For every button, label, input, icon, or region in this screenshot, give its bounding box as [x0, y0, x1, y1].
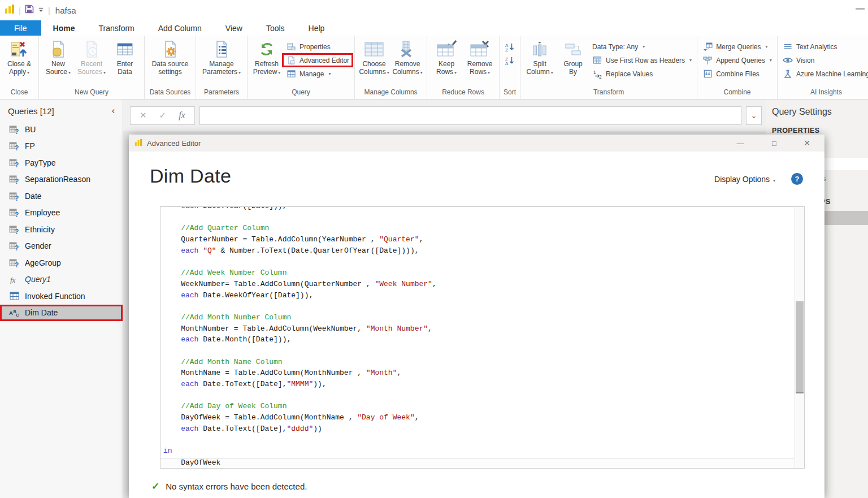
use-first-row-icon — [592, 56, 602, 64]
sort-az-button[interactable]: AZ — [502, 41, 517, 52]
refresh-preview-button[interactable]: RefreshPreview▾ — [250, 37, 283, 76]
tab-transform[interactable]: Transform — [86, 20, 146, 36]
quick-access-toolbar-chevron-icon[interactable] — [38, 5, 44, 15]
minimize-button[interactable] — [856, 8, 865, 10]
tab-home[interactable]: Home — [41, 20, 87, 36]
properties-button[interactable]: Properties — [284, 41, 351, 52]
sidebar-item-paytype[interactable]: ?PayType — [0, 154, 123, 171]
svg-text:fx: fx — [10, 275, 16, 284]
formula-bar-buttons: ✕ ✓ fx — [130, 106, 195, 125]
table-question-icon: ? — [9, 158, 20, 167]
combine-files-button[interactable]: Combine Files — [700, 68, 774, 79]
enter-data-button[interactable]: EnterData — [108, 37, 141, 76]
manage-button[interactable]: Manage▾ — [284, 68, 351, 79]
sort-za-button[interactable]: ZA — [502, 55, 517, 66]
sidebar-item-date[interactable]: ?Date — [0, 188, 123, 205]
check-icon[interactable]: ✓ — [159, 110, 167, 120]
tab-file[interactable]: File — [0, 20, 41, 36]
cancel-icon[interactable]: ✕ — [140, 110, 147, 120]
chevron-down-icon: ▾ — [278, 70, 280, 75]
svg-text:A: A — [505, 61, 509, 65]
tab-tools[interactable]: Tools — [254, 20, 297, 36]
remove-columns-icon — [397, 38, 418, 60]
vision-button[interactable]: Vision — [780, 55, 868, 66]
replace-values-icon: 12 — [592, 70, 602, 79]
svg-text:?: ? — [15, 161, 19, 167]
sidebar-item-invoked-function[interactable]: Invoked Function — [0, 288, 123, 305]
ribbon-group-label: Query — [248, 87, 354, 99]
code-line: DayOfWeek — [160, 458, 794, 469]
sidebar-item-separationreason[interactable]: ?SeparationReason — [0, 171, 123, 188]
query-name: FP — [25, 141, 35, 150]
tab-help[interactable]: Help — [297, 20, 337, 36]
sidebar-item-agegroup[interactable]: ?AgeGroup — [0, 254, 123, 271]
dialog-title-bar[interactable]: Advanced Editor — □ ✕ — [129, 135, 824, 151]
advanced-editor-button[interactable]: Advanced Editor — [284, 55, 351, 66]
text-analytics-button[interactable]: Text Analytics — [780, 41, 868, 52]
dialog-maximize-button[interactable]: □ — [765, 135, 784, 151]
table-question-icon: ? — [9, 225, 20, 234]
sidebar-item-dim-date[interactable]: ABCDim Date — [0, 305, 123, 322]
sidebar-item-fp[interactable]: ?FP — [0, 138, 123, 155]
properties-section-header[interactable]: PROPERTIES — [772, 127, 820, 135]
dialog-close-button[interactable]: ✕ — [797, 135, 817, 151]
ribbon-group-query: RefreshPreview▾PropertiesAdvanced Editor… — [248, 36, 355, 99]
sidebar-item-query1[interactable]: fxQuery1 — [0, 271, 123, 288]
manage-parameters-button[interactable]: ManageParameters▾ — [199, 37, 244, 76]
recent-sources-button[interactable]: RecentSources▾ — [75, 37, 108, 76]
collapse-pane-icon[interactable]: ‹ — [112, 106, 115, 116]
chevron-down-icon: ▾ — [551, 70, 553, 75]
code-line: WeekNumber= Table.AddColumn(QuarterNumbe… — [163, 280, 794, 291]
tab-add-column[interactable]: Add Column — [146, 20, 214, 36]
table-question-icon: ? — [9, 125, 20, 134]
table-question-icon: ? — [9, 175, 20, 184]
dialog-minimize-button[interactable]: — — [731, 135, 750, 151]
help-icon[interactable]: ? — [791, 173, 803, 185]
queries-count-label: Queries [12] — [8, 106, 54, 116]
remove-rows-button[interactable]: RemoveRows▾ — [463, 37, 496, 76]
choose-columns-button[interactable]: ChooseColumns▾ — [358, 37, 390, 76]
append-queries-button[interactable]: Append Queries▾ — [700, 55, 774, 66]
syntax-status: ✓ No syntax errors have been detected. — [151, 480, 307, 492]
m-code-editor[interactable]: each Date.Year([Date])), //Add Quarter C… — [160, 206, 805, 469]
chevron-down-icon: ▾ — [387, 70, 389, 75]
chevron-down-icon: ▾ — [27, 70, 29, 75]
azure-machine-learning-button[interactable]: Azure Machine Learning — [780, 68, 868, 79]
scrollbar-thumb[interactable] — [796, 301, 804, 393]
formula-input[interactable] — [199, 106, 741, 125]
replace-values-button[interactable]: 12Replace Values — [590, 68, 694, 79]
use-first-row-as-headers-button[interactable]: Use First Row as Headers▾ — [590, 55, 694, 66]
sidebar-item-bu[interactable]: ?BU — [0, 121, 123, 138]
keep-rows-button[interactable]: KeepRows▾ — [430, 37, 463, 76]
split-column-button[interactable]: SplitColumn▾ — [523, 37, 556, 76]
formula-expand-chevron-icon[interactable]: ⌄ — [746, 106, 762, 125]
new-source-button[interactable]: NewSource▾ — [42, 37, 75, 76]
power-query-editor-window: | | hafsa FileHomeTransformAdd ColumnVie… — [0, 0, 868, 498]
sidebar-item-employee[interactable]: ?Employee — [0, 205, 123, 222]
svg-text:?: ? — [15, 211, 19, 218]
data-type-any-button[interactable]: Data Type: Any▾ — [590, 41, 694, 52]
ribbon-group-label: Combine — [697, 87, 777, 99]
close-apply-button[interactable]: Close &Apply▾ — [3, 37, 36, 76]
save-icon[interactable] — [25, 5, 34, 16]
code-line — [163, 213, 794, 224]
ribbon-group-combine: Merge Queries▾Append Queries▾Combine Fil… — [697, 36, 778, 99]
append-queries-icon — [702, 56, 713, 65]
group-by-icon — [563, 38, 583, 60]
tab-view[interactable]: View — [214, 20, 254, 36]
query-name: Gender — [25, 241, 51, 250]
sidebar-item-gender[interactable]: ?Gender — [0, 238, 123, 255]
powerbi-logo-icon — [5, 4, 15, 16]
chevron-down-icon: ▾ — [488, 70, 490, 75]
remove-columns-button[interactable]: RemoveColumns▾ — [391, 37, 424, 76]
dialog-header: Dim Date Display Options ▾ ? — [129, 151, 824, 187]
group-by-button[interactable]: GroupBy — [557, 37, 589, 76]
merge-queries-button[interactable]: Merge Queries▾ — [700, 41, 774, 52]
sidebar-item-ethnicity[interactable]: ?Ethnicity — [0, 221, 123, 238]
scrollbar[interactable] — [795, 207, 804, 468]
display-options-dropdown[interactable]: Display Options ▾ — [714, 175, 775, 184]
query-name: AgeGroup — [25, 258, 61, 267]
data-source-settings-button[interactable]: Data sourcesettings — [147, 37, 193, 76]
chevron-down-icon: ▾ — [770, 58, 772, 63]
code-line: in — [163, 447, 794, 458]
